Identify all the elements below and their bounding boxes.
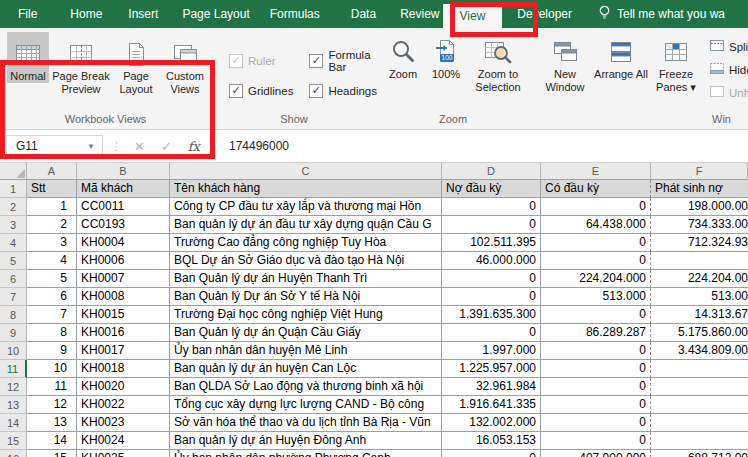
custom-views-button[interactable]: Custom Views bbox=[159, 32, 211, 95]
cell[interactable]: KH0004 bbox=[77, 234, 170, 252]
cell[interactable]: KH0017 bbox=[77, 342, 170, 360]
cell[interactable]: 734.333.00 bbox=[651, 216, 748, 234]
cell[interactable]: Ban Quản lý Dự án Sở Y tế Hà Nội bbox=[170, 288, 442, 306]
cell[interactable]: 102.511.395 bbox=[442, 234, 541, 252]
split-button[interactable]: Split bbox=[709, 39, 748, 54]
cell[interactable]: 32.961.984 bbox=[442, 378, 541, 396]
cell[interactable]: 0 bbox=[541, 378, 651, 396]
insert-function-icon[interactable]: fx bbox=[180, 139, 208, 154]
cell[interactable]: 407.000.000 bbox=[541, 450, 651, 457]
cell[interactable]: 513.00 bbox=[651, 288, 748, 306]
cell[interactable]: CC0193 bbox=[77, 216, 170, 234]
cell[interactable]: Có đầu kỳ bbox=[541, 180, 651, 198]
cell[interactable] bbox=[651, 432, 748, 450]
tab-view[interactable]: View bbox=[443, 4, 503, 28]
cell[interactable]: 0 bbox=[442, 270, 541, 288]
tab-file[interactable]: File bbox=[18, 7, 37, 21]
cell[interactable] bbox=[651, 396, 748, 414]
cell[interactable]: 16.053.153 bbox=[442, 432, 541, 450]
cell[interactable]: 0 bbox=[541, 342, 651, 360]
cell[interactable]: Tổng cục xây dựng lực lượng CAND - Bộ cô… bbox=[170, 396, 442, 414]
tab-insert[interactable]: Insert bbox=[128, 7, 158, 21]
cell[interactable]: Ủy ban nhân dân phường Phương Canh bbox=[170, 450, 442, 457]
cell[interactable] bbox=[651, 378, 748, 396]
cell[interactable]: 64.438.000 bbox=[541, 216, 651, 234]
cell[interactable]: KH0018 bbox=[77, 360, 170, 378]
ruler-checkbox[interactable]: ✓ Ruler bbox=[229, 48, 293, 74]
tab-review[interactable]: Review bbox=[400, 7, 439, 21]
row-header[interactable]: 16 bbox=[0, 450, 27, 457]
cell[interactable]: KH0025 bbox=[77, 450, 170, 457]
tab-formulas[interactable]: Formulas bbox=[270, 7, 320, 21]
cell[interactable]: 5.175.860.00 bbox=[651, 324, 748, 342]
cell[interactable]: 0 bbox=[541, 396, 651, 414]
tab-data[interactable]: Data bbox=[351, 7, 376, 21]
cell[interactable] bbox=[651, 252, 748, 270]
cell[interactable]: 0 bbox=[442, 450, 541, 457]
page-layout-button[interactable]: Page Layout bbox=[113, 32, 159, 95]
row-header[interactable]: 3 bbox=[0, 216, 27, 234]
row-header[interactable]: 10 bbox=[0, 342, 27, 360]
cell[interactable]: 14.313.67 bbox=[651, 306, 748, 324]
cell[interactable]: Ban Quản lý dự án Huyện Thanh Trì bbox=[170, 270, 442, 288]
chevron-down-icon[interactable]: ▼ bbox=[80, 142, 102, 151]
cell[interactable]: 46.000.000 bbox=[442, 252, 541, 270]
cell[interactable]: 224.204.000 bbox=[541, 270, 651, 288]
headings-checkbox[interactable]: ✓ Headings bbox=[309, 78, 377, 104]
cell[interactable]: 3 bbox=[27, 234, 77, 252]
column-header[interactable]: A bbox=[27, 163, 77, 180]
formula-input[interactable]: 174496000 bbox=[214, 135, 748, 157]
cell[interactable]: Ủy ban nhân dân huyện Mê Linh bbox=[170, 342, 442, 360]
cell[interactable]: 0 bbox=[442, 216, 541, 234]
page-break-preview-button[interactable]: Page Break Preview bbox=[49, 32, 113, 95]
cell[interactable]: 10 bbox=[27, 360, 77, 378]
cell[interactable]: Ban Quản lý dự án Quận Cầu Giấy bbox=[170, 324, 442, 342]
cell[interactable]: 1.916.641.335 bbox=[442, 396, 541, 414]
cell[interactable]: Sở văn hóa thể thao và du lịch tỉnh Bà R… bbox=[170, 414, 442, 432]
row-header[interactable]: 13 bbox=[0, 396, 27, 414]
cell[interactable]: KH0007 bbox=[77, 270, 170, 288]
arrange-all-button[interactable]: Arrange All bbox=[593, 32, 649, 81]
row-header[interactable]: 6 bbox=[0, 270, 27, 288]
zoom-to-selection-button[interactable]: Zoom to Selection bbox=[467, 32, 529, 93]
row-header[interactable]: 9 bbox=[0, 324, 27, 342]
freeze-panes-button[interactable]: Freeze Panes ▾ bbox=[649, 32, 703, 93]
cell[interactable]: Ban quản lý dự án đầu tư xây dựng quận C… bbox=[170, 216, 442, 234]
column-header[interactable]: D bbox=[442, 163, 541, 180]
cell[interactable]: KH0022 bbox=[77, 396, 170, 414]
name-box[interactable]: G11 ▼ bbox=[6, 135, 103, 157]
normal-view-button[interactable]: Normal bbox=[7, 32, 49, 83]
cell[interactable]: 6 bbox=[27, 288, 77, 306]
column-header[interactable]: E bbox=[541, 163, 651, 180]
cell[interactable]: Trường Đại học công nghiệp Việt Hung bbox=[170, 306, 442, 324]
cell[interactable]: KH0008 bbox=[77, 288, 170, 306]
cancel-icon[interactable]: ✕ bbox=[126, 139, 153, 154]
cell[interactable]: Ban quản lý dự án huyện Can Lộc bbox=[170, 360, 442, 378]
cell[interactable]: Tên khách hàng bbox=[170, 180, 442, 198]
row-header[interactable]: 11 bbox=[0, 360, 27, 378]
cell[interactable]: 0 bbox=[541, 234, 651, 252]
column-header[interactable]: C bbox=[170, 163, 442, 180]
cell[interactable]: 11 bbox=[27, 378, 77, 396]
row-header[interactable]: 8 bbox=[0, 306, 27, 324]
unhide-button[interactable]: Unhide bbox=[709, 85, 748, 100]
cell[interactable]: KH0006 bbox=[77, 252, 170, 270]
cell[interactable]: BQL Dự án Sở Giáo dục và đào tạo Hà Nội bbox=[170, 252, 442, 270]
cell[interactable]: 12 bbox=[27, 396, 77, 414]
cell[interactable]: 0 bbox=[541, 360, 651, 378]
row-header[interactable]: 7 bbox=[0, 288, 27, 306]
cell[interactable]: 15 bbox=[27, 450, 77, 457]
cell[interactable]: 0 bbox=[541, 432, 651, 450]
cell[interactable]: 0 bbox=[442, 198, 541, 216]
cell[interactable]: Mã khách bbox=[77, 180, 170, 198]
cell[interactable]: 5 bbox=[27, 270, 77, 288]
cell[interactable]: 13 bbox=[27, 414, 77, 432]
cell[interactable]: Stt bbox=[27, 180, 77, 198]
cell[interactable]: 14 bbox=[27, 432, 77, 450]
cell[interactable]: 2 bbox=[27, 216, 77, 234]
tab-developer[interactable]: Developer bbox=[517, 7, 572, 21]
cell[interactable]: 8 bbox=[27, 324, 77, 342]
tab-home[interactable]: Home bbox=[70, 7, 102, 21]
cell[interactable]: 3.434.809.00 bbox=[651, 342, 748, 360]
cell[interactable]: 0 bbox=[541, 306, 651, 324]
